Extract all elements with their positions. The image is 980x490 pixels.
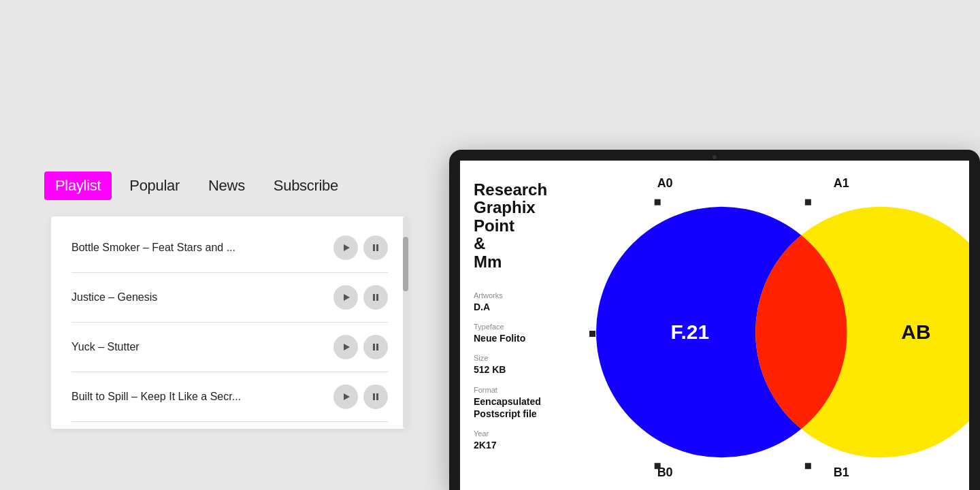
nav-tabs: Playlist Popular News Subscribe	[44, 172, 349, 200]
diagram-area: A0 A1 B0 B1 ×	[589, 161, 969, 490]
grid-dot-b1	[805, 463, 811, 469]
format-value: EencapsulatedPostscript file	[474, 396, 541, 419]
svg-rect-11	[376, 393, 378, 400]
play-icon	[342, 343, 350, 351]
grid-label-b1: B1	[834, 466, 849, 479]
list-item: Justice – Genesis	[51, 273, 408, 323]
artworks-label: Artworks	[474, 291, 576, 299]
left-panel: Playlist Popular News Subscribe Bottle S…	[0, 0, 449, 490]
svg-rect-1	[373, 244, 375, 251]
pause-button[interactable]	[363, 285, 388, 310]
info-panel: Research Graphix Point & Mm Artworks D.A…	[460, 161, 589, 490]
tablet-screen: Research Graphix Point & Mm Artworks D.A…	[460, 161, 969, 490]
list-item: Bottle Smoker – Feat Stars and ...	[51, 223, 408, 273]
pause-icon	[372, 393, 380, 401]
pause-icon	[372, 343, 380, 351]
play-icon	[342, 393, 350, 401]
tab-playlist[interactable]: Playlist	[44, 172, 112, 200]
pause-icon	[372, 244, 380, 252]
track-controls	[333, 385, 388, 409]
svg-rect-8	[376, 344, 378, 350]
track-controls	[333, 235, 388, 260]
list-item: Built to Spill – Keep It Like a Secr...	[51, 372, 408, 422]
year-value: 2K17	[474, 440, 496, 451]
grid-dot-a1	[805, 199, 811, 206]
track-controls	[333, 285, 388, 310]
list-item: Yuck – Stutter	[51, 323, 408, 372]
svg-marker-3	[344, 294, 350, 301]
grid-dot-b0	[655, 463, 661, 469]
artworks-value: D.A	[474, 301, 490, 312]
play-button[interactable]	[333, 285, 358, 310]
track-title: Justice – Genesis	[71, 291, 333, 304]
svg-rect-10	[373, 393, 375, 400]
ab-label: AB	[901, 321, 930, 343]
play-button[interactable]	[333, 235, 358, 260]
play-icon	[342, 293, 350, 301]
center-label: F.21	[671, 321, 709, 343]
grid-label-a1: A1	[834, 176, 849, 190]
svg-marker-9	[344, 393, 350, 400]
scroll-thumb[interactable]	[403, 237, 408, 291]
tab-news[interactable]: News	[197, 172, 256, 200]
svg-marker-0	[344, 244, 350, 251]
tab-popular[interactable]: Popular	[118, 172, 191, 200]
pause-button[interactable]	[363, 235, 388, 260]
typeface-row: Typeface Neue Folito	[474, 323, 576, 344]
track-title: Bottle Smoker – Feat Stars and ...	[71, 242, 333, 254]
play-icon	[342, 244, 350, 252]
tablet-frame: Research Graphix Point & Mm Artworks D.A…	[449, 150, 980, 490]
tab-subscribe[interactable]: Subscribe	[263, 172, 349, 200]
size-label: Size	[474, 354, 576, 362]
artworks-row: Artworks D.A	[474, 291, 576, 313]
typeface-value: Neue Folito	[474, 333, 525, 344]
format-row: Format EencapsulatedPostscript file	[474, 386, 576, 420]
pause-button[interactable]	[363, 335, 388, 359]
svg-rect-2	[376, 244, 378, 251]
grid-label-a0: A0	[657, 176, 673, 190]
play-button[interactable]	[333, 335, 358, 359]
venn-diagram: A0 A1 B0 B1 ×	[589, 161, 969, 490]
svg-rect-7	[373, 344, 375, 350]
track-controls	[333, 335, 388, 359]
scroll-track	[403, 216, 408, 429]
grid-dot-left	[589, 331, 595, 337]
pause-icon	[372, 293, 380, 301]
font-name: Research Graphix Point & Mm	[474, 181, 576, 271]
size-value: 512 KB	[474, 364, 506, 375]
svg-rect-4	[373, 294, 375, 301]
year-label: Year	[474, 429, 576, 438]
right-panel: Research Graphix Point & Mm Artworks D.A…	[449, 0, 980, 490]
camera-dot	[713, 155, 717, 159]
size-row: Size 512 KB	[474, 354, 576, 376]
year-row: Year 2K17	[474, 429, 576, 451]
format-label: Format	[474, 386, 576, 394]
svg-rect-5	[376, 294, 378, 301]
track-title: Built to Spill – Keep It Like a Secr...	[71, 391, 333, 403]
playlist-card: Bottle Smoker – Feat Stars and ... Justi…	[51, 216, 408, 429]
tablet-content: Research Graphix Point & Mm Artworks D.A…	[460, 161, 969, 490]
pause-button[interactable]	[363, 385, 388, 409]
typeface-label: Typeface	[474, 323, 576, 331]
grid-dot-a0	[655, 199, 661, 206]
track-title: Yuck – Stutter	[71, 341, 333, 353]
svg-marker-6	[344, 344, 350, 350]
play-button[interactable]	[333, 385, 358, 409]
